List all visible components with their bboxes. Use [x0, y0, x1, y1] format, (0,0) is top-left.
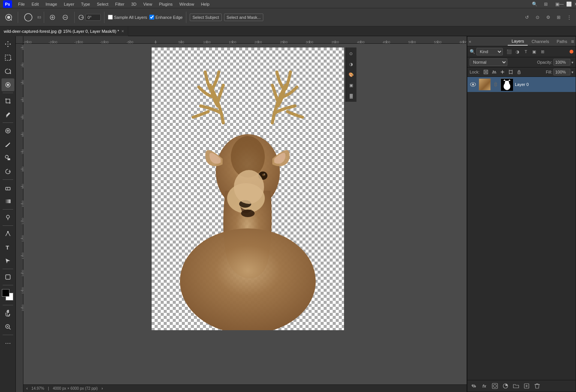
properties-panel-icon[interactable]: ⊙: [347, 49, 356, 58]
ruler-horizontal: -2500-2000-1500-1000-5000500100015002000…: [23, 36, 467, 44]
add-group-icon[interactable]: [512, 382, 520, 390]
menu-type[interactable]: Type: [78, 1, 93, 7]
adjustment-filter-icon[interactable]: ◑: [514, 48, 521, 55]
menu-filter[interactable]: Filter: [112, 1, 127, 7]
stamp-tool[interactable]: [2, 152, 14, 164]
delete-layer-icon[interactable]: [533, 382, 541, 390]
brush-tool[interactable]: [2, 138, 14, 151]
quick-select-tool[interactable]: [2, 78, 14, 91]
add-fx-icon[interactable]: fx: [480, 382, 488, 390]
foreground-color[interactable]: [2, 289, 9, 297]
enhance-edge-label[interactable]: Enhance Edge: [149, 15, 183, 20]
link-icon-svg: [471, 383, 477, 389]
expand-icon[interactable]: ⊞: [554, 13, 563, 22]
heal-tool[interactable]: [2, 124, 14, 137]
menu-plugins[interactable]: Plugins: [156, 1, 175, 7]
dodge-tool[interactable]: [2, 211, 14, 224]
enhance-edge-checkbox[interactable]: [149, 15, 154, 20]
extra-icon[interactable]: ⋮: [565, 13, 574, 22]
fill-input[interactable]: [553, 69, 570, 75]
menu-3d[interactable]: 3D: [128, 1, 140, 7]
brush-preset-btn[interactable]: [21, 11, 36, 24]
canvas-viewport[interactable]: [23, 44, 467, 384]
path-select-tool[interactable]: [2, 254, 14, 267]
zoom-tool[interactable]: [2, 320, 14, 333]
add-adjustment-icon[interactable]: [501, 382, 510, 390]
lasso-tool[interactable]: ▾: [2, 65, 14, 78]
ruler-h-tick: 3000: [309, 40, 310, 43]
select-and-mask-button[interactable]: Select and Mask...: [224, 14, 264, 21]
sample-all-layers-checkbox[interactable]: [108, 15, 113, 20]
layers-bottom-bar: fx: [467, 380, 576, 392]
sample-all-layers-label[interactable]: Sample All Layers: [108, 15, 147, 20]
tool-presets-btn[interactable]: [2, 12, 15, 23]
tab-paths[interactable]: Paths: [553, 38, 571, 45]
brush-subtract-btn[interactable]: [60, 13, 71, 22]
lock-pixels-icon[interactable]: [482, 69, 489, 75]
hand-tool[interactable]: [2, 307, 14, 320]
document-tab[interactable]: wild-deer-captured-forest.jpg @ 15% (Lay…: [0, 26, 128, 36]
type-filter-icon[interactable]: T: [522, 48, 529, 55]
smartobject-filter-icon[interactable]: ⊞: [539, 48, 546, 55]
svg-line-71: [504, 80, 505, 81]
marquee-tool[interactable]: ▾: [2, 51, 14, 64]
opacity-chevron[interactable]: ▾: [571, 60, 573, 64]
pixel-filter-icon[interactable]: ⬛: [506, 48, 513, 55]
panel-menu-icon[interactable]: ≡: [571, 38, 574, 44]
link-layers-icon[interactable]: [470, 382, 478, 390]
add-mask-icon[interactable]: [491, 382, 499, 390]
gradient-tool[interactable]: [2, 195, 14, 208]
tab-close-button[interactable]: ×: [121, 29, 124, 34]
tab-channels[interactable]: Channels: [528, 38, 553, 45]
layer-mask-thumbnail[interactable]: [501, 78, 513, 90]
fill-chevron[interactable]: ▾: [571, 70, 573, 74]
layer-thumbnail[interactable]: [479, 78, 491, 90]
eraser-tool[interactable]: [2, 181, 14, 194]
text-tool[interactable]: T: [2, 241, 14, 254]
workspace-search-icon[interactable]: ⊞: [541, 0, 550, 9]
crop-tool[interactable]: [2, 95, 14, 107]
menu-select[interactable]: Select: [94, 1, 112, 7]
select-subject-button[interactable]: Select Subject: [190, 14, 221, 21]
lock-position-icon[interactable]: [499, 69, 506, 75]
shape-tool[interactable]: [2, 271, 14, 283]
image-dimensions: 4000 px × 6000 px (72 ppi): [53, 386, 98, 390]
tab-layers[interactable]: Layers: [508, 37, 528, 46]
menu-layer[interactable]: Layer: [61, 1, 77, 7]
menu-view[interactable]: View: [140, 1, 155, 7]
collapse-icon[interactable]: «: [469, 39, 471, 44]
move-tool[interactable]: [2, 38, 14, 51]
layer-visibility-toggle[interactable]: [470, 81, 476, 88]
color-panel-icon[interactable]: 🎨: [347, 70, 356, 79]
gradients-panel-icon[interactable]: ▓: [347, 91, 356, 100]
adjustments-panel-icon[interactable]: ◑: [347, 60, 356, 69]
kind-filter-select[interactable]: Kind: [476, 48, 503, 55]
brush-mode-btn[interactable]: [47, 13, 58, 22]
menu-edit[interactable]: Edit: [29, 1, 42, 7]
shape-filter-icon[interactable]: ▣: [531, 48, 538, 55]
swatches-panel-icon[interactable]: ▣: [347, 81, 356, 90]
layer-item-0[interactable]: Layer 0: [467, 77, 576, 92]
menu-image[interactable]: Image: [43, 1, 60, 7]
status-nav-left[interactable]: ‹: [26, 386, 28, 390]
settings-icon[interactable]: ⚙: [544, 13, 553, 22]
history-icon[interactable]: ↺: [522, 13, 531, 22]
menu-window[interactable]: Window: [177, 1, 197, 7]
opacity-input[interactable]: [553, 59, 570, 66]
status-nav-right[interactable]: ›: [101, 386, 103, 390]
properties-icon[interactable]: ⊙: [533, 13, 542, 22]
angle-input[interactable]: [86, 14, 101, 21]
lock-image-icon[interactable]: [491, 69, 498, 75]
search-icon[interactable]: 🔍: [530, 0, 539, 9]
color-swatches[interactable]: [2, 289, 14, 301]
new-layer-icon[interactable]: [522, 382, 531, 390]
lock-all-icon[interactable]: [516, 69, 522, 75]
extra-tools-btn[interactable]: ⋯: [2, 337, 14, 349]
menu-file[interactable]: File: [15, 1, 28, 7]
history-brush-tool[interactable]: [2, 165, 14, 178]
blend-mode-select[interactable]: Normal: [470, 58, 507, 66]
lock-artboard-icon[interactable]: [507, 69, 514, 75]
pen-tool[interactable]: [2, 227, 14, 240]
eyedropper-tool[interactable]: [2, 108, 14, 121]
menu-help[interactable]: Help: [198, 1, 213, 7]
